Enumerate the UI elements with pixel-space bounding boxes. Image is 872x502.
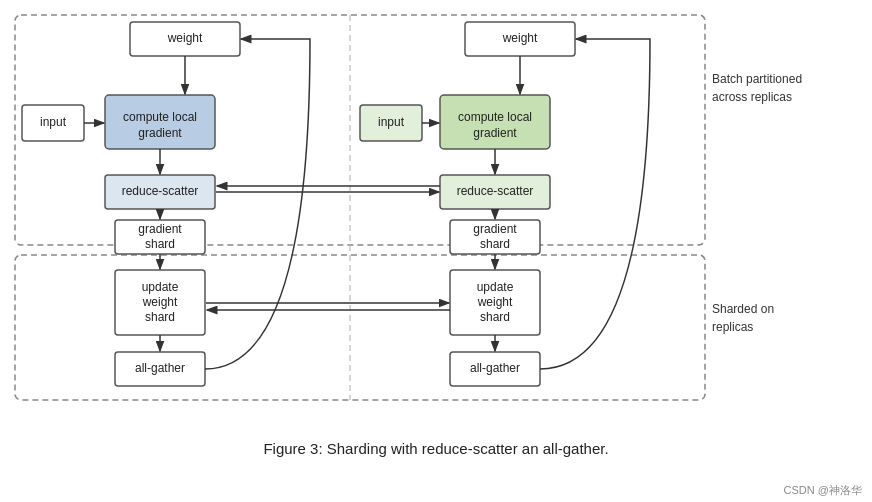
r1-compute-label2: gradient: [138, 126, 182, 140]
r1-update-label2: weight: [142, 295, 178, 309]
batch-region-label: Batch partitioned: [712, 72, 802, 86]
r2-update-label: update: [477, 280, 514, 294]
caption-text: Figure 3: Sharding with reduce-scatter a…: [263, 440, 608, 457]
r2-gradient-label2: shard: [480, 237, 510, 251]
r1-allgather-label: all-gather: [135, 361, 185, 375]
r1-allgather-to-weight-arrow: [205, 39, 310, 369]
r2-compute-label: compute local: [458, 110, 532, 124]
sharded-region-label: Sharded on: [712, 302, 774, 316]
batch-region-label2: across replicas: [712, 90, 792, 104]
r1-input-label: input: [40, 115, 67, 129]
r1-update-label3: shard: [145, 310, 175, 324]
r2-reduce-label: reduce-scatter: [457, 184, 534, 198]
r1-update-label: update: [142, 280, 179, 294]
r1-weight-label: weight: [167, 31, 203, 45]
r2-allgather-label: all-gather: [470, 361, 520, 375]
r2-gradient-label: gradient: [473, 222, 517, 236]
figure-caption: Figure 3: Sharding with reduce-scatter a…: [0, 434, 872, 463]
r1-reduce-label: reduce-scatter: [122, 184, 199, 198]
diagram-svg: Batch partitioned across replicas Sharde…: [0, 0, 872, 430]
r2-weight-label: weight: [502, 31, 538, 45]
diagram-container: Batch partitioned across replicas Sharde…: [0, 0, 872, 430]
r2-compute-label2: gradient: [473, 126, 517, 140]
r1-gradient-label2: shard: [145, 237, 175, 251]
r2-input-label: input: [378, 115, 405, 129]
r1-compute-label: compute local: [123, 110, 197, 124]
credit-text: CSDN @神洛华: [784, 484, 862, 496]
sharded-region-label2: replicas: [712, 320, 753, 334]
r1-gradient-label: gradient: [138, 222, 182, 236]
csdn-credit: CSDN @神洛华: [784, 483, 862, 498]
r2-update-label2: weight: [477, 295, 513, 309]
r2-update-label3: shard: [480, 310, 510, 324]
r2-allgather-to-weight-arrow: [540, 39, 650, 369]
